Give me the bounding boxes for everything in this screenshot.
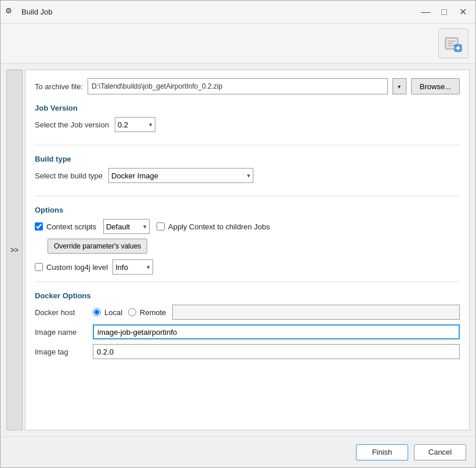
minimize-button[interactable]: — <box>417 4 434 20</box>
build-type-row: Select the build type Docker Image Stand… <box>35 168 460 183</box>
remote-radio-row: Remote <box>128 308 166 317</box>
remote-label: Remote <box>140 308 166 317</box>
apply-context-checkbox[interactable] <box>157 222 165 231</box>
docker-options-section: Docker Options Docker host Local Remote <box>35 291 460 371</box>
docker-host-label: Docker host <box>35 308 87 317</box>
job-version-label: Job Version <box>35 104 460 112</box>
options-row1: Context scripts Default Staging Producti… <box>35 219 460 234</box>
local-radio-row: Local <box>93 308 122 317</box>
version-select-wrapper: 0.1 0.2 0.3 <box>115 117 155 132</box>
close-button[interactable]: ✕ <box>455 4 471 20</box>
image-tag-input[interactable] <box>93 344 460 359</box>
docker-host-row: Docker host Local Remote <box>35 305 460 320</box>
options-label: Options <box>35 206 460 214</box>
main-panel: To archive file: ▾ Browse... Job Version… <box>25 70 470 430</box>
context-scripts-checkbox[interactable] <box>35 222 43 231</box>
browse-button[interactable]: Browse... <box>411 78 460 94</box>
finish-button[interactable]: Finish <box>356 444 408 460</box>
custom-log4j-checkbox-row: Custom log4j level <box>35 263 108 272</box>
options-row3: Custom log4j level Trace Debug Info Warn… <box>35 259 460 275</box>
job-version-row: Select the Job version 0.1 0.2 0.3 <box>35 117 460 132</box>
build-icon <box>443 33 464 54</box>
image-name-row: Image name <box>35 324 460 339</box>
custom-log4j-checkbox[interactable] <box>35 263 43 271</box>
image-name-input[interactable] <box>93 324 460 339</box>
archive-label: To archive file: <box>35 82 83 91</box>
app-icon: ⚙ <box>5 6 17 18</box>
title-bar-left: ⚙ Build Job <box>5 6 52 18</box>
local-label: Local <box>104 308 122 317</box>
buildtype-select[interactable]: Docker Image Standalone Job OSGI Bundle <box>108 168 253 183</box>
image-name-label: Image name <box>35 328 87 337</box>
cancel-button[interactable]: Cancel <box>414 444 466 460</box>
options-section: Options Context scripts Default Staging … <box>35 206 460 282</box>
image-tag-row: Image tag <box>35 344 460 359</box>
custom-log4j-label: Custom log4j level <box>46 263 108 272</box>
context-scripts-checkbox-row: Context scripts <box>35 222 96 231</box>
apply-context-label: Apply Context to children Jobs <box>168 222 270 231</box>
options-row2: Override parameter's values <box>48 239 460 254</box>
local-radio[interactable] <box>93 308 101 316</box>
window-title: Build Job <box>21 8 52 16</box>
docker-options-label: Docker Options <box>35 291 460 300</box>
bottom-bar: Finish Cancel <box>1 436 475 467</box>
title-bar-controls: — □ ✕ <box>417 4 471 20</box>
version-select[interactable]: 0.1 0.2 0.3 <box>115 117 155 132</box>
select-version-label: Select the Job version <box>35 120 109 129</box>
apply-context-checkbox-row: Apply Context to children Jobs <box>157 222 270 231</box>
top-icon-box <box>438 28 468 58</box>
remote-radio[interactable] <box>128 308 136 316</box>
content-body: >> To archive file: ▾ Browse... Job Vers… <box>1 64 475 436</box>
override-button[interactable]: Override parameter's values <box>48 239 147 254</box>
title-bar: ⚙ Build Job — □ ✕ <box>1 1 475 24</box>
sidebar-toggle-button[interactable]: >> <box>6 70 23 430</box>
image-tag-label: Image tag <box>35 348 87 356</box>
maximize-button[interactable]: □ <box>436 4 452 20</box>
job-version-section: Job Version Select the Job version 0.1 0… <box>35 104 460 145</box>
docker-host-input[interactable] <box>172 305 460 320</box>
archive-dropdown-icon[interactable]: ▾ <box>393 78 406 94</box>
context-select-wrapper: Default Staging Production <box>103 219 150 234</box>
loglevel-select[interactable]: Trace Debug Info Warn Error <box>112 259 153 275</box>
buildtype-select-wrapper: Docker Image Standalone Job OSGI Bundle <box>108 168 253 183</box>
context-select[interactable]: Default Staging Production <box>103 219 150 234</box>
context-scripts-checkbox-label: Context scripts <box>46 222 96 231</box>
loglevel-select-wrapper: Trace Debug Info Warn Error <box>112 259 153 275</box>
archive-input[interactable] <box>88 78 388 94</box>
build-type-section: Build type Select the build type Docker … <box>35 155 460 196</box>
build-type-label: Build type <box>35 155 460 163</box>
archive-row: To archive file: ▾ Browse... <box>35 78 460 94</box>
top-icon-area <box>1 24 475 64</box>
select-buildtype-label: Select the build type <box>35 171 103 180</box>
